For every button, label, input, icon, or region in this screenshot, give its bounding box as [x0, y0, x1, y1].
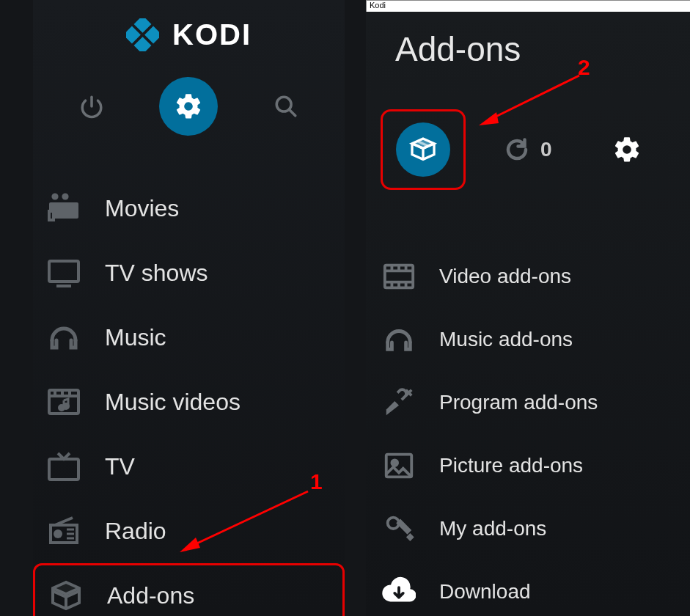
package-installer-button[interactable] — [396, 122, 450, 177]
addons-settings-icon[interactable] — [612, 135, 642, 164]
addon-categories-list: Video add-ons Music add-ons Program add-… — [366, 245, 690, 616]
sidebar-item-label: Music — [105, 324, 166, 351]
addons-box-icon — [48, 578, 84, 613]
svg-rect-20 — [49, 459, 78, 480]
my-addons-icon — [382, 512, 416, 546]
sidebar-item-label: Radio — [105, 518, 166, 545]
sidebar-item-tvshows[interactable]: TV shows — [33, 241, 345, 305]
app-name: KODI — [172, 18, 252, 51]
video-addons-icon — [382, 260, 416, 293]
kodi-logo-icon — [126, 18, 159, 51]
svg-marker-42 — [479, 112, 499, 125]
svg-rect-11 — [49, 261, 78, 282]
settings-button[interactable] — [159, 77, 218, 136]
addon-item-label: Download — [439, 580, 531, 604]
addon-item-label: Picture add-ons — [439, 454, 583, 477]
addon-item-download[interactable]: Download — [366, 560, 690, 616]
addon-item-label: My add-ons — [439, 517, 546, 540]
musicvideos-icon — [46, 384, 81, 419]
updates-count: 0 — [540, 138, 552, 161]
sidebar-item-label: Movies — [105, 195, 179, 222]
top-button-row — [33, 77, 345, 136]
svg-rect-38 — [406, 533, 414, 541]
tvshows-icon — [46, 255, 81, 290]
power-icon[interactable] — [79, 94, 104, 119]
annotation-arrow-2 — [477, 72, 587, 131]
picture-addons-icon — [382, 449, 416, 483]
svg-line-41 — [490, 76, 579, 120]
tv-icon — [46, 449, 81, 484]
music-addons-icon — [382, 323, 416, 356]
radio-icon — [46, 513, 81, 549]
annotation-arrow-1 — [180, 488, 312, 557]
svg-marker-40 — [180, 538, 200, 552]
annotation-number-1: 1 — [310, 469, 323, 494]
addon-item-picture[interactable]: Picture add-ons — [366, 434, 690, 497]
sidebar-item-music[interactable]: Music — [33, 305, 345, 370]
addon-item-music[interactable]: Music add-ons — [366, 308, 690, 371]
addon-item-label: Music add-ons — [439, 328, 573, 351]
sidebar-item-label: TV — [105, 453, 135, 480]
svg-point-19 — [64, 404, 68, 408]
sidebar-item-movies[interactable]: Movies — [33, 176, 345, 241]
sidebar-item-label: Music videos — [105, 389, 241, 416]
sidebar-item-musicvideos[interactable]: Music videos — [33, 370, 345, 434]
addon-item-video[interactable]: Video add-ons — [366, 245, 690, 308]
updates-group[interactable]: 0 — [504, 136, 552, 163]
sidebar-item-addons[interactable]: Add-ons — [33, 563, 345, 616]
refresh-icon — [504, 136, 530, 163]
svg-point-7 — [62, 193, 68, 199]
addon-item-label: Video add-ons — [439, 265, 571, 288]
svg-line-5 — [289, 109, 296, 116]
window-titlebar: Kodi — [366, 0, 690, 12]
sidebar-item-label: Add-ons — [107, 582, 194, 609]
search-icon[interactable] — [274, 94, 298, 119]
svg-point-6 — [51, 193, 58, 199]
sidebar-item-label: TV shows — [105, 260, 208, 287]
movies-icon — [46, 191, 81, 226]
package-installer-highlight — [381, 109, 466, 190]
addon-item-program[interactable]: Program add-ons — [366, 371, 690, 434]
addon-item-label: Program add-ons — [439, 391, 598, 414]
addons-title: Add-ons — [366, 12, 690, 76]
download-icon — [382, 575, 416, 609]
addon-item-myaddons[interactable]: My add-ons — [366, 497, 690, 560]
svg-point-36 — [392, 460, 397, 466]
svg-point-21 — [54, 529, 62, 538]
program-addons-icon — [382, 386, 416, 419]
svg-line-39 — [191, 491, 308, 546]
brand-row: KODI — [33, 0, 345, 51]
music-icon — [46, 320, 81, 355]
